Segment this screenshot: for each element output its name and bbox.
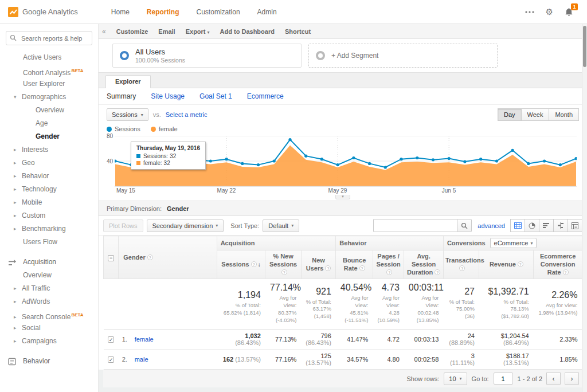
sidebar-item-geo[interactable]: ▸Geo [0, 156, 98, 170]
show-rows-dropdown[interactable]: 10 ▾ [444, 373, 467, 385]
column-header-sessions[interactable]: Sessions?↓ [217, 250, 265, 279]
pivot-view-icon[interactable] [568, 219, 582, 232]
row-rank: 1. [122, 336, 135, 343]
row-checkbox[interactable]: ✓ [108, 356, 114, 363]
sidebar-item-search-console[interactable]: ▸Search ConsoleBETA [0, 308, 98, 322]
sidebar-item-behavior[interactable]: Behavior [0, 355, 98, 368]
plot-rows-button[interactable]: Plot Rows [103, 219, 143, 232]
advanced-search-link[interactable]: advanced [478, 222, 505, 229]
sidebar-item-campaigns[interactable]: ▸Campaigns [0, 335, 98, 348]
sidebar-item-social[interactable]: ▸Social [0, 322, 98, 335]
x-axis-label: Jun 5 [442, 187, 456, 194]
prev-page-button[interactable]: ‹ [546, 373, 561, 385]
table-search-input[interactable] [373, 219, 457, 232]
action-add-to-dashboard[interactable]: Add to Dashboard [220, 28, 275, 35]
column-header-new-users[interactable]: New Users? [301, 250, 336, 279]
sidebar-item-gender[interactable]: Gender [0, 130, 98, 143]
subtab-ecommerce[interactable]: Ecommerce [247, 92, 284, 100]
row-checkbox[interactable]: ✓ [108, 336, 114, 343]
help-icon: ? [325, 265, 331, 271]
settings-gear-icon[interactable]: ⚙ [546, 7, 553, 17]
column-header-new-sessions[interactable]: % New Sessions? [265, 250, 302, 279]
sidebar-item-acquisition[interactable]: Acquisition [0, 256, 98, 269]
scrollbar[interactable] [582, 24, 587, 392]
collapse-chevron-icon[interactable]: « [102, 28, 106, 36]
help-icon: ? [386, 269, 392, 275]
column-header-revenue[interactable]: Revenue? [479, 250, 534, 279]
percentage-view-icon[interactable] [525, 219, 539, 232]
goto-page-input[interactable] [494, 373, 513, 385]
sidebar-item-active-users[interactable]: Active Users [0, 51, 98, 64]
select-metric-link[interactable]: Select a metric [166, 111, 208, 118]
sidebar-item-label: Age [36, 119, 48, 127]
help-icon: ? [147, 254, 153, 260]
add-segment-button[interactable]: + Add Segment [308, 44, 498, 68]
sidebar-item-cohort-analysis[interactable]: Cohort AnalysisBETA [0, 64, 98, 77]
subtab-goal-set-1[interactable]: Goal Set 1 [199, 92, 232, 100]
sidebar-item-users-flow[interactable]: Users Flow [0, 236, 98, 249]
sidebar-item-adwords[interactable]: ▸AdWords [0, 295, 98, 308]
sidebar-item-benchmarking[interactable]: ▸Benchmarking [0, 222, 98, 236]
table-search-button[interactable] [457, 219, 472, 232]
select-all-header[interactable]: − [104, 236, 119, 279]
top-nav-admin[interactable]: Admin [257, 8, 277, 16]
sidebar-item-behavior[interactable]: ▸Behavior [0, 170, 98, 183]
performance-view-icon[interactable] [539, 219, 554, 232]
sidebar-item-technology[interactable]: ▸Technology [0, 183, 98, 196]
column-header-pages-session[interactable]: Pages / Session? [373, 250, 404, 279]
top-nav-home[interactable]: Home [111, 8, 130, 16]
column-header-avg-session-duration[interactable]: Avg. Session Duration? [404, 250, 444, 279]
granularity-day[interactable]: Day [498, 108, 522, 121]
action-email[interactable]: Email [158, 28, 175, 35]
ecommerce-dropdown[interactable]: eCommerce ▾ [490, 238, 537, 248]
sidebar-item-overview[interactable]: Overview [0, 104, 98, 117]
sidebar-item-age[interactable]: Age [0, 117, 98, 130]
action-customize[interactable]: Customize [116, 28, 148, 35]
view-toggle-icons [511, 219, 582, 232]
table-view-icon[interactable] [510, 219, 525, 232]
next-page-button[interactable]: › [565, 373, 579, 385]
summary-value: $1,392.71 [484, 287, 529, 297]
sort-type-dropdown[interactable]: Default ▾ [263, 219, 299, 232]
analytics-logo-icon [8, 7, 18, 17]
top-nav-customization[interactable]: Customization [197, 8, 240, 16]
logo[interactable]: Google Analytics [8, 7, 78, 17]
sidebar-item-all-traffic[interactable]: ▸All Traffic [0, 282, 98, 295]
dimension-link-female[interactable]: female [135, 336, 154, 343]
action-export[interactable]: Export ▾ [186, 28, 210, 35]
summary-value: 921 [306, 287, 331, 297]
top-nav-reporting[interactable]: Reporting [147, 8, 179, 16]
column-header-transactions[interactable]: Transactions? [443, 250, 479, 279]
subtab-site-usage[interactable]: Site Usage [151, 92, 185, 100]
summary-value: 27 [448, 287, 475, 297]
tab-explorer[interactable]: Explorer [105, 75, 151, 88]
sidebar-item-overview[interactable]: Overview [0, 269, 98, 282]
secondary-dimension-dropdown[interactable]: Secondary dimension ▾ [147, 219, 224, 232]
metric-dropdown[interactable]: Sessions ▾ [107, 108, 148, 121]
column-header-gender[interactable]: Gender? [119, 236, 217, 279]
more-options-icon[interactable] [525, 11, 534, 13]
timeline-handle[interactable]: ▾ [335, 195, 350, 199]
action-shortcut[interactable]: Shortcut [285, 28, 311, 35]
x-axis-label: May 15 [116, 187, 135, 194]
sidebar-search-input[interactable] [6, 31, 92, 45]
sidebar-item-demographics[interactable]: ▾Demographics [0, 91, 98, 104]
granularity-month[interactable]: Month [549, 108, 579, 121]
dimension-cell: 1.female [119, 329, 217, 349]
sidebar-item-label: Active Users [23, 53, 61, 61]
granularity-week[interactable]: Week [521, 108, 550, 121]
sidebar-item-mobile[interactable]: ▸Mobile [0, 196, 98, 209]
primary-dimension-gender[interactable]: Gender [167, 205, 189, 212]
sidebar-item-interests[interactable]: ▸Interests [0, 143, 98, 156]
sidebar-item-user-explorer[interactable]: User Explorer [0, 77, 98, 91]
sidebar-item-custom[interactable]: ▸Custom [0, 209, 98, 222]
column-header-bounce-rate[interactable]: Bounce Rate? [336, 250, 373, 279]
notifications-bell-icon[interactable]: 1 [565, 7, 573, 17]
segment-all-users[interactable]: All Users 100.00% Sessions [112, 44, 302, 68]
subtab-summary[interactable]: Summary [107, 92, 136, 100]
dimension-link-male[interactable]: male [135, 356, 148, 363]
comparison-view-icon[interactable] [553, 219, 568, 232]
x-axis: May 15May 22May 29Jun 5 [115, 187, 579, 195]
column-header-ecommerce-conversion-rate[interactable]: Ecommerce Conversion Rate? [534, 250, 582, 279]
scrollbar-thumb[interactable] [583, 26, 586, 67]
